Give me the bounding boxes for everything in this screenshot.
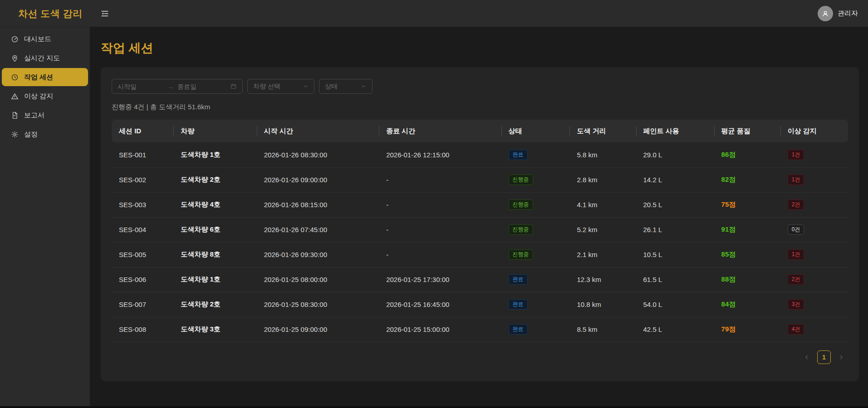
sidebar-item-label: 이상 감지 — [24, 92, 53, 101]
quality-score: 75점 — [721, 200, 736, 208]
table-row: SES-001도색차량 1호2026-01-26 08:30:002026-01… — [112, 142, 848, 167]
start-time: 2026-01-26 09:00:00 — [264, 176, 327, 184]
distance-cell: 2.8 km — [569, 167, 636, 192]
session-id: SES-008 — [119, 325, 146, 333]
column-header: 도색 거리 — [569, 120, 636, 142]
distance-cell: 8.5 km — [569, 317, 636, 342]
sidebar-item-live-map[interactable]: 실시간 지도 — [2, 49, 88, 67]
menu-fold-icon[interactable] — [99, 8, 111, 19]
vehicle-cell: 도색차량 6호 — [173, 217, 256, 242]
table-row: SES-004도색차량 6호2026-01-26 07:45:00-진행중5.2… — [112, 217, 848, 242]
paint-distance: 2.8 km — [577, 176, 597, 184]
sidebar-item-work-sessions[interactable]: 작업 세션 — [2, 68, 88, 86]
quality-cell: 86점 — [714, 142, 780, 167]
vehicle-name: 도색차량 1호 — [181, 275, 221, 283]
paint-used-cell: 61.5 L — [636, 267, 714, 292]
page-title: 작업 세션 — [101, 41, 859, 55]
vehicle-name: 도색차량 2호 — [181, 175, 221, 183]
column-header: 종료 시간 — [379, 120, 501, 142]
sessions-card: → 차량 선택 — [101, 67, 859, 381]
status-badge: 완료 — [509, 324, 528, 335]
session-id-cell: SES-006 — [112, 267, 173, 292]
sidebar-nav: 대시보드실시간 지도작업 세션이상 감지보고서설정 — [0, 30, 90, 143]
vehicle-cell: 도색차량 8호 — [173, 242, 256, 267]
sidebar-item-settings[interactable]: 설정 — [2, 125, 88, 143]
end-time-cell: 2026-01-25 17:30:00 — [379, 267, 501, 292]
sidebar-item-dashboard[interactable]: 대시보드 — [2, 30, 88, 48]
quality-cell: 91점 — [714, 217, 780, 242]
paint-used-cell: 14.2 L — [636, 167, 714, 192]
paint-distance: 4.1 km — [577, 201, 597, 209]
paint-distance: 12.3 km — [577, 276, 601, 283]
anomaly-cell: 1건 — [780, 142, 848, 167]
vehicle-name: 도색차량 8호 — [181, 250, 221, 258]
anomaly-badge: 2건 — [788, 274, 804, 285]
start-date-input[interactable] — [118, 83, 167, 90]
start-time: 2026-01-26 08:15:00 — [264, 201, 327, 209]
sidebar-item-label: 작업 세션 — [24, 73, 53, 82]
sessions-table: 세션 ID차량시작 시간종료 시간상태도색 거리페인트 사용평균 품질이상 감지… — [112, 120, 848, 342]
end-time: - — [386, 226, 388, 233]
user-menu[interactable]: 관리자 — [818, 6, 858, 21]
column-header: 평균 품질 — [714, 120, 780, 142]
status-badge: 완료 — [509, 299, 528, 310]
quality-score: 86점 — [721, 151, 736, 158]
distance-cell: 5.8 km — [569, 142, 636, 167]
start-time: 2026-01-26 08:30:00 — [264, 151, 327, 159]
quality-cell: 79점 — [714, 317, 780, 342]
table-row: SES-006도색차량 1호2026-01-25 08:00:002026-01… — [112, 267, 848, 292]
calendar-icon — [230, 83, 237, 90]
start-time: 2026-01-25 08:00:00 — [264, 276, 327, 283]
paint-used-cell: 20.5 L — [636, 192, 714, 217]
column-header: 시작 시간 — [257, 120, 379, 142]
gear-icon — [11, 131, 19, 138]
session-id: SES-001 — [119, 151, 146, 159]
session-id: SES-002 — [119, 176, 146, 184]
date-range-picker[interactable]: → — [112, 79, 243, 94]
session-id-cell: SES-007 — [112, 292, 173, 317]
quality-score: 82점 — [721, 175, 736, 183]
table-row: SES-002도색차량 2호2026-01-26 09:00:00-진행중2.8… — [112, 167, 848, 192]
quality-cell: 88점 — [714, 267, 780, 292]
sidebar-item-reports[interactable]: 보고서 — [2, 106, 88, 124]
end-time-cell: - — [379, 242, 501, 267]
chevron-right-icon — [838, 354, 844, 360]
quality-cell: 85점 — [714, 242, 780, 267]
page-button-1[interactable]: 1 — [817, 350, 831, 364]
anomaly-badge: 3건 — [788, 299, 804, 310]
status-cell: 완료 — [501, 292, 570, 317]
anomaly-cell: 3건 — [780, 292, 848, 317]
warning-icon — [11, 92, 19, 100]
sidebar-item-anomaly-detection[interactable]: 이상 감지 — [2, 87, 88, 105]
sidebar: 대시보드실시간 지도작업 세션이상 감지보고서설정 — [0, 27, 90, 406]
session-id: SES-006 — [119, 276, 146, 283]
column-header: 페인트 사용 — [636, 120, 714, 142]
vehicle-select[interactable]: 차량 선택 — [247, 79, 314, 94]
status-select[interactable]: 상태 — [319, 79, 373, 94]
next-page-button[interactable] — [834, 350, 848, 364]
status-cell: 완료 — [501, 267, 570, 292]
chevron-left-icon — [804, 354, 810, 360]
session-id: SES-005 — [119, 251, 146, 258]
end-date-input[interactable] — [177, 83, 226, 90]
sidebar-item-label: 보고서 — [24, 111, 44, 120]
vehicle-cell: 도색차량 1호 — [173, 267, 256, 292]
map-pin-icon — [11, 54, 19, 62]
anomaly-cell: 2건 — [780, 267, 848, 292]
app-header: 차선 도색 감리 관리자 — [0, 0, 868, 27]
file-icon — [11, 112, 19, 119]
status-badge: 진행중 — [509, 199, 533, 210]
end-time: - — [386, 176, 388, 184]
vehicle-cell: 도색차량 1호 — [173, 142, 256, 167]
vehicle-cell: 도색차량 2호 — [173, 167, 256, 192]
status-badge: 완료 — [509, 274, 528, 285]
distance-cell: 12.3 km — [569, 267, 636, 292]
paint-used: 10.5 L — [643, 251, 662, 258]
quality-score: 88점 — [721, 275, 736, 283]
prev-page-button[interactable] — [800, 350, 814, 364]
session-id-cell: SES-003 — [112, 192, 173, 217]
start-time-cell: 2026-01-26 09:00:00 — [257, 167, 379, 192]
start-time-cell: 2026-01-25 08:00:00 — [257, 267, 379, 292]
column-header: 이상 감지 — [780, 120, 848, 142]
app-title: 차선 도색 감리 — [18, 7, 83, 20]
